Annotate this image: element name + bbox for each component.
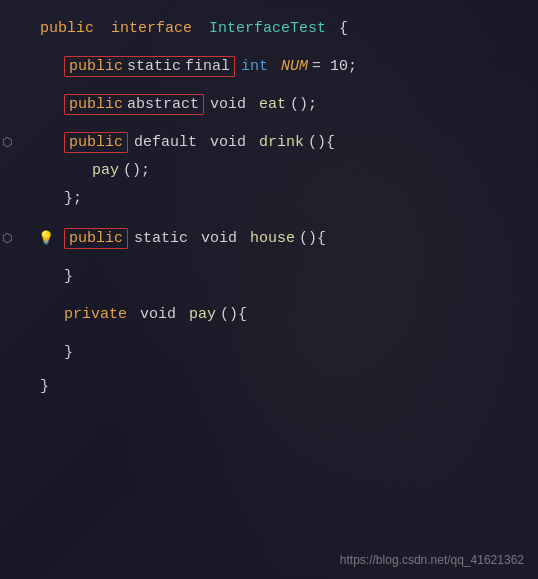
brace-close2: } (64, 268, 73, 285)
kw-void4: void (131, 306, 176, 323)
space (196, 20, 205, 37)
code-line-pay: pay (); (12, 156, 538, 184)
code-line-class: public interface InterfaceTest { (12, 14, 538, 42)
code-line-4: ⬡ 💡 public static void house (){ (12, 224, 538, 252)
code-line-close-final: } (12, 372, 538, 400)
blank-line-5 (12, 252, 538, 262)
watermark: https://blog.csdn.net/qq_41621362 (340, 553, 524, 567)
blank-line-7 (12, 328, 538, 338)
blank-line-4 (12, 212, 538, 224)
kw-abstract: abstract (127, 96, 199, 113)
brace-close3: } (64, 344, 73, 361)
highlight-public4: public (64, 228, 128, 249)
type-int: int (241, 58, 268, 75)
highlight-public3: public (64, 132, 128, 153)
code-line-3: ⬡ public default void drink (){ (12, 128, 538, 156)
parens2: (){ (308, 134, 335, 151)
code-line-1: public static final int NUM = 10; (12, 52, 538, 80)
kw-void2: void (201, 134, 246, 151)
parens5: (){ (220, 306, 247, 323)
parens3: (); (123, 162, 150, 179)
kw-default: default (134, 134, 197, 151)
keyword-public: public (40, 20, 94, 37)
method-pay: pay (92, 162, 119, 179)
highlight-public-abstract: public abstract (64, 94, 204, 115)
parens: (); (290, 96, 317, 113)
parens4: (){ (299, 230, 326, 247)
blank-line-2 (12, 80, 538, 90)
code-line-2: public abstract void eat (); (12, 90, 538, 118)
highlight-public-static-final: public static final (64, 56, 235, 77)
kw-public2: public (69, 96, 123, 113)
bulb-icon: 💡 (38, 230, 54, 246)
kw-public4: public (69, 230, 123, 247)
method-house: house (241, 230, 295, 247)
gutter-diamond-2: ⬡ (0, 231, 18, 246)
brace-open: { (330, 20, 348, 37)
blank-line-1 (12, 42, 538, 52)
brace-close1: }; (64, 190, 82, 207)
keyword-interface: interface (111, 20, 192, 37)
gutter-diamond-1: ⬡ (0, 135, 18, 150)
code-line-close2: } (12, 262, 538, 290)
brace-close-final: } (40, 378, 49, 395)
blank-line-6 (12, 290, 538, 300)
kw-static: static (127, 58, 181, 75)
code-line-close1: }; (12, 184, 538, 212)
kw-void: void (210, 96, 246, 113)
equals: = 10; (312, 58, 357, 75)
space (98, 20, 107, 37)
kw-private: private (64, 306, 127, 323)
kw-public: public (69, 58, 123, 75)
method-drink: drink (250, 134, 304, 151)
method-eat: eat (250, 96, 286, 113)
kw-static2: static (134, 230, 188, 247)
method-pay2: pay (180, 306, 216, 323)
class-name: InterfaceTest (209, 20, 326, 37)
code-line-5: private void pay (){ (12, 300, 538, 328)
code-line-close3: } (12, 338, 538, 366)
code-editor: public interface InterfaceTest { public … (0, 0, 538, 579)
blank-line-3 (12, 118, 538, 128)
var-num: NUM (272, 58, 308, 75)
kw-void3: void (192, 230, 237, 247)
kw-public3: public (69, 134, 123, 151)
kw-final: final (185, 58, 230, 75)
